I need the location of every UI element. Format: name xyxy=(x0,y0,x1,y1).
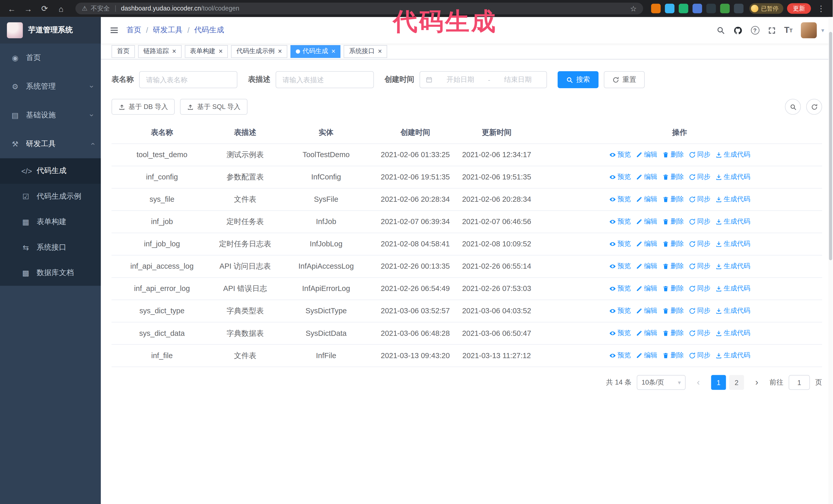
sync-link[interactable]: 同步 xyxy=(689,329,711,338)
scrollbar-thumb[interactable] xyxy=(829,32,832,260)
edit-link[interactable]: 编辑 xyxy=(636,239,658,249)
preview-link[interactable]: 预览 xyxy=(609,262,631,271)
generate-code-link[interactable]: 生成代码 xyxy=(715,284,750,294)
table-desc-input[interactable] xyxy=(276,71,374,88)
sync-link[interactable]: 同步 xyxy=(689,217,711,227)
sidebar-item[interactable]: ⚒研发工具› xyxy=(0,130,101,159)
edit-link[interactable]: 编辑 xyxy=(636,351,658,361)
edit-link[interactable]: 编辑 xyxy=(636,217,658,227)
generate-code-link[interactable]: 生成代码 xyxy=(715,262,750,271)
sync-link[interactable]: 同步 xyxy=(689,172,711,182)
edit-link[interactable]: 编辑 xyxy=(636,329,658,338)
refresh-button[interactable] xyxy=(806,99,822,115)
prev-page-button[interactable]: ‹ xyxy=(691,375,706,390)
fullscreen-icon[interactable] xyxy=(768,26,776,34)
search-button[interactable]: 搜索 xyxy=(558,71,599,88)
close-tab-icon[interactable]: × xyxy=(219,48,223,55)
preview-link[interactable]: 预览 xyxy=(609,150,631,160)
delete-link[interactable]: 删除 xyxy=(662,195,684,205)
sync-link[interactable]: 同步 xyxy=(689,239,711,249)
page-button[interactable]: 2 xyxy=(729,375,744,390)
delete-link[interactable]: 删除 xyxy=(662,239,684,249)
generate-code-link[interactable]: 生成代码 xyxy=(715,329,750,338)
delete-link[interactable]: 删除 xyxy=(662,306,684,316)
generate-code-link[interactable]: 生成代码 xyxy=(715,150,750,160)
preview-link[interactable]: 预览 xyxy=(609,195,631,205)
breadcrumb-item[interactable]: 首页 xyxy=(126,25,141,35)
address-bar[interactable]: ⚠ 不安全 dashboard.yudao.iocoder.cn/tool/co… xyxy=(75,3,643,14)
sidebar-subitem[interactable]: ▦表单构建 xyxy=(0,209,101,235)
sidebar-logo-row[interactable]: 芋道管理系统 xyxy=(0,17,101,44)
reset-button[interactable]: 重置 xyxy=(604,71,645,88)
tab-item[interactable]: 表单构建× xyxy=(185,45,228,58)
edit-link[interactable]: 编辑 xyxy=(636,306,658,316)
delete-link[interactable]: 删除 xyxy=(662,329,684,338)
delete-link[interactable]: 删除 xyxy=(662,284,684,294)
delete-link[interactable]: 删除 xyxy=(662,351,684,361)
breadcrumb-item[interactable]: 代码生成 xyxy=(194,25,224,35)
sync-link[interactable]: 同步 xyxy=(689,150,711,160)
preview-link[interactable]: 预览 xyxy=(609,217,631,227)
preview-link[interactable]: 预览 xyxy=(609,239,631,249)
generate-code-link[interactable]: 生成代码 xyxy=(715,172,750,182)
tab-item[interactable]: 链路追踪× xyxy=(138,45,182,58)
delete-link[interactable]: 删除 xyxy=(662,262,684,271)
search-icon[interactable] xyxy=(716,26,724,34)
bookmark-star-icon[interactable]: ☆ xyxy=(630,4,637,13)
import-db-button[interactable]: 基于 DB 导入 xyxy=(112,99,175,115)
sidebar-subitem[interactable]: ☑代码生成示例 xyxy=(0,184,101,209)
paused-badge[interactable]: 已暂停 xyxy=(749,3,784,14)
preview-link[interactable]: 预览 xyxy=(609,306,631,316)
date-range-picker[interactable]: 开始日期 - 结束日期 xyxy=(420,71,547,88)
tab-item[interactable]: 首页 xyxy=(112,45,135,58)
close-tab-icon[interactable]: × xyxy=(172,48,176,55)
generate-code-link[interactable]: 生成代码 xyxy=(715,195,750,205)
goto-page-input[interactable] xyxy=(789,375,810,390)
sidebar-item[interactable]: ◉首页 xyxy=(0,44,101,72)
preview-link[interactable]: 预览 xyxy=(609,351,631,361)
close-tab-icon[interactable]: × xyxy=(378,48,382,55)
water-drop-extension-icon[interactable] xyxy=(665,4,674,13)
tab-active[interactable]: 代码生成× xyxy=(290,45,341,58)
import-sql-button[interactable]: 基于 SQL 导入 xyxy=(180,99,247,115)
edit-link[interactable]: 编辑 xyxy=(636,150,658,160)
generate-code-link[interactable]: 生成代码 xyxy=(715,217,750,227)
sync-link[interactable]: 同步 xyxy=(689,284,711,294)
browser-home-icon[interactable]: ⌂ xyxy=(54,2,67,15)
delete-link[interactable]: 删除 xyxy=(662,150,684,160)
green-check-extension-icon[interactable] xyxy=(679,4,688,13)
chart-extension-icon[interactable] xyxy=(706,4,716,13)
delete-link[interactable]: 删除 xyxy=(662,217,684,227)
page-size-select[interactable]: 10条/页 ▾ xyxy=(637,375,686,390)
breadcrumb-item[interactable]: 研发工具 xyxy=(153,25,183,35)
generate-code-link[interactable]: 生成代码 xyxy=(715,306,750,316)
delete-link[interactable]: 删除 xyxy=(662,172,684,182)
close-tab-icon[interactable]: × xyxy=(278,48,282,55)
table-name-input[interactable] xyxy=(139,71,237,88)
sidebar-item[interactable]: ▤基础设施› xyxy=(0,101,101,130)
preview-link[interactable]: 预览 xyxy=(609,284,631,294)
tab-item[interactable]: 代码生成示例× xyxy=(231,45,287,58)
fox-extension-icon[interactable] xyxy=(651,4,661,13)
edit-link[interactable]: 编辑 xyxy=(636,284,658,294)
sync-link[interactable]: 同步 xyxy=(689,195,711,205)
close-tab-icon[interactable]: × xyxy=(331,48,335,55)
sidebar-subitem[interactable]: ⇆系统接口 xyxy=(0,235,101,260)
sidebar-subitem[interactable]: ▩数据库文档 xyxy=(0,260,101,286)
team-extension-icon[interactable] xyxy=(693,4,702,13)
sync-link[interactable]: 同步 xyxy=(689,306,711,316)
page-button[interactable]: 1 xyxy=(711,375,726,390)
avatar-caret-icon[interactable]: ▾ xyxy=(821,27,824,34)
hamburger-icon[interactable] xyxy=(110,25,119,35)
browser-forward-icon[interactable]: → xyxy=(22,2,34,15)
help-icon[interactable]: ? xyxy=(751,26,759,34)
generate-code-link[interactable]: 生成代码 xyxy=(715,351,750,361)
generate-code-link[interactable]: 生成代码 xyxy=(715,239,750,249)
sidebar-subitem[interactable]: </>代码生成 xyxy=(0,158,101,184)
avatar[interactable] xyxy=(801,22,817,38)
browser-update-button[interactable]: 更新 xyxy=(787,3,811,14)
github-icon[interactable] xyxy=(733,26,742,34)
preview-link[interactable]: 预览 xyxy=(609,329,631,338)
tab-item[interactable]: 系统接口× xyxy=(344,45,387,58)
browser-menu-icon[interactable]: ⋮ xyxy=(814,2,827,15)
